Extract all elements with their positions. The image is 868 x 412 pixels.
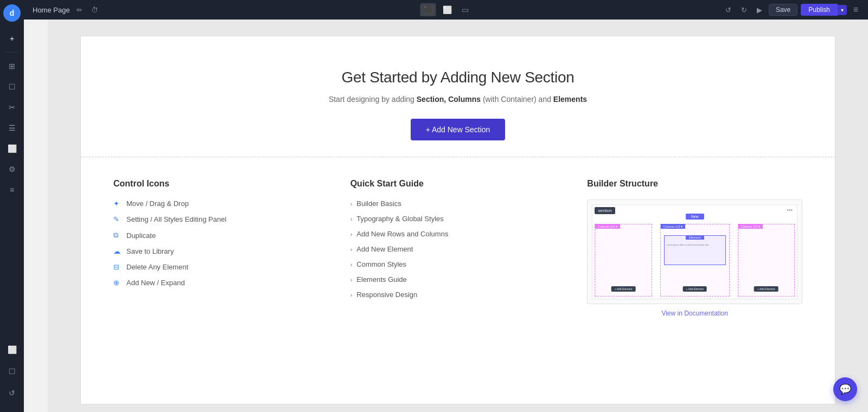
quick-item-common-styles[interactable]: › Common Styles xyxy=(350,260,566,268)
control-item-settings-label: Setting / All Styles Editing Panel xyxy=(126,215,226,223)
diag-col-label-right: Column 1/3 ▾ xyxy=(738,224,763,229)
move-icon: ✦ xyxy=(113,199,122,208)
control-item-duplicate: ⧉ Duplicate xyxy=(113,231,329,240)
diag-col-label-left: Column 1/3 ▾ xyxy=(595,224,620,229)
quick-item-responsive[interactable]: › Responsive Design xyxy=(350,291,566,299)
chevron-icon: › xyxy=(350,216,353,222)
hero-title: Get Started by Adding New Section xyxy=(103,69,813,86)
header-left: Home Page ✏ ⏱ xyxy=(33,5,100,15)
diag-section-label: section xyxy=(595,207,615,214)
quick-item-label: Elements Guide xyxy=(356,275,407,284)
builder-diagram: section ••• New Column 1/3 ▾ + Add Eleme… xyxy=(592,204,797,299)
publish-button-group: Publish ▾ xyxy=(801,4,846,16)
quick-item-label: Responsive Design xyxy=(356,291,417,299)
header-right: ↺ ↻ ▶ Save Publish ▾ ≡ xyxy=(722,3,861,16)
app-logo[interactable]: d xyxy=(3,4,21,22)
diag-add-btn-right: + Add Element xyxy=(754,286,778,292)
builder-structure-section: Builder Structure section ••• New Column… xyxy=(587,179,802,317)
diag-col-mid: Column 1/3 ▾ Element Lorem ipsum dolor s… xyxy=(660,224,730,297)
control-item-settings: ✎ Setting / All Styles Editing Panel xyxy=(113,215,329,223)
control-item-add-expand-label: Add New / Expand xyxy=(126,279,185,287)
add-expand-icon: ⊕ xyxy=(113,279,122,287)
info-area: Control Icons ✦ Move / Drag & Drop ✎ Set… xyxy=(81,157,835,339)
chevron-icon: › xyxy=(350,231,353,237)
control-icons-title: Control Icons xyxy=(113,179,329,189)
publish-button[interactable]: Publish xyxy=(801,4,837,16)
sidebar-bottom-icon-2[interactable]: ☐ xyxy=(2,362,22,381)
edit-page-icon[interactable]: ✏ xyxy=(74,5,85,15)
control-item-move: ✦ Move / Drag & Drop xyxy=(113,199,329,208)
chevron-icon: › xyxy=(350,276,353,283)
desktop-view-button[interactable]: ⬛ xyxy=(420,3,436,16)
subtitle-items: Section, Columns xyxy=(417,95,481,104)
quick-item-typography[interactable]: › Typography & Global Styles xyxy=(350,215,566,223)
subtitle-mid: (with Container) and xyxy=(481,95,553,104)
diag-element-label: Element xyxy=(686,235,704,240)
sidebar-bottom-icon-3[interactable]: ↺ xyxy=(2,383,22,403)
sidebar-image-icon[interactable]: ⬜ xyxy=(2,139,22,158)
diag-col-label-mid: Column 1/3 ▾ xyxy=(661,224,685,229)
quick-item-label: Add New Rows and Columns xyxy=(356,230,448,238)
control-icons-list: ✦ Move / Drag & Drop ✎ Setting / All Sty… xyxy=(113,199,329,287)
diag-new-bar: New xyxy=(686,214,704,220)
control-item-save-library-label: Save to Library xyxy=(126,247,174,255)
subtitle-end: Elements xyxy=(553,95,587,104)
sidebar-list-icon[interactable]: ≡ xyxy=(2,180,22,199)
add-new-section-button[interactable]: + Add New Section xyxy=(411,119,506,140)
sidebar-bottom: ⬜ ☐ ↺ xyxy=(2,339,22,408)
diag-element-text: Lorem ipsum dolor sit amet consectetur e… xyxy=(667,243,723,247)
quick-item-rows-columns[interactable]: › Add New Rows and Columns xyxy=(350,230,566,238)
delete-icon: ⊟ xyxy=(113,263,122,271)
quick-item-new-element[interactable]: › Add New Element xyxy=(350,245,566,253)
quick-item-elements-guide[interactable]: › Elements Guide xyxy=(350,275,566,284)
control-item-duplicate-label: Duplicate xyxy=(126,231,156,240)
save-library-icon: ☁ xyxy=(113,247,122,255)
sidebar-settings-icon[interactable]: ⚙ xyxy=(2,159,22,179)
diag-element-box: Element Lorem ipsum dolor sit amet conse… xyxy=(664,235,726,265)
quick-item-label: Add New Element xyxy=(356,245,413,253)
main-content: Get Started by Adding New Section Start … xyxy=(48,20,868,412)
diag-col-left: Column 1/3 ▾ + Add Element xyxy=(595,224,652,297)
control-item-delete-label: Delete Any Element xyxy=(126,263,188,271)
mobile-view-button[interactable]: ▭ xyxy=(458,3,472,16)
chevron-icon: › xyxy=(350,292,353,298)
builder-diagram-container: section ••• New Column 1/3 ▾ + Add Eleme… xyxy=(587,199,802,304)
sidebar-grid-icon[interactable]: ⊞ xyxy=(2,56,22,76)
redo-button[interactable]: ↻ xyxy=(738,4,750,16)
duplicate-icon: ⧉ xyxy=(113,231,122,240)
control-icons-section: Control Icons ✦ Move / Drag & Drop ✎ Set… xyxy=(113,179,329,317)
quick-item-builder-basics[interactable]: › Builder Basics xyxy=(350,199,566,208)
top-header: Home Page ✏ ⏱ ⬛ ⬜ ▭ ↺ ↻ ▶ Save Publish ▾… xyxy=(24,0,868,20)
page-name: Home Page xyxy=(33,6,70,14)
save-button[interactable]: Save xyxy=(769,4,797,16)
sidebar-add-icon[interactable]: + xyxy=(2,29,22,48)
sidebar: d + ⊞ ☐ ✂ ☰ ⬜ ⚙ ≡ ⬜ ☐ ↺ xyxy=(0,0,24,412)
chat-bubble-button[interactable]: 💬 xyxy=(833,377,857,401)
sidebar-layers-icon[interactable]: ☰ xyxy=(2,118,22,138)
view-docs-link[interactable]: View in Documentation xyxy=(587,310,802,317)
diag-col-right: Column 1/3 ▾ + Add Element xyxy=(738,224,795,297)
main-menu-button[interactable]: ≡ xyxy=(850,3,861,16)
control-item-delete: ⊟ Delete Any Element xyxy=(113,263,329,271)
hero-subtitle: Start designing by adding Section, Colum… xyxy=(103,95,813,104)
tablet-view-button[interactable]: ⬜ xyxy=(439,3,455,16)
sidebar-page-icon[interactable]: ☐ xyxy=(2,77,22,96)
chevron-icon: › xyxy=(350,261,353,268)
quick-start-title: Quick Start Guide xyxy=(350,179,566,189)
sidebar-divider-1 xyxy=(4,52,20,53)
sidebar-tools-icon[interactable]: ✂ xyxy=(2,98,22,117)
chevron-icon: › xyxy=(350,246,353,253)
preview-button[interactable]: ▶ xyxy=(754,4,765,16)
publish-dropdown-arrow[interactable]: ▾ xyxy=(838,5,847,15)
hero-section: Get Started by Adding New Section Start … xyxy=(81,36,835,157)
chevron-icon: › xyxy=(350,201,353,207)
diag-add-btn-left: + Add Element xyxy=(611,286,636,292)
control-item-add-expand: ⊕ Add New / Expand xyxy=(113,279,329,287)
undo-button[interactable]: ↺ xyxy=(722,4,735,16)
history-icon[interactable]: ⏱ xyxy=(89,5,100,15)
canvas-area: Get Started by Adding New Section Start … xyxy=(80,36,835,404)
subtitle-prefix: Start designing by adding xyxy=(329,95,417,104)
quick-start-section: Quick Start Guide › Builder Basics › Typ… xyxy=(350,179,566,317)
quick-item-label: Builder Basics xyxy=(356,199,401,208)
sidebar-bottom-icon-1[interactable]: ⬜ xyxy=(2,340,22,359)
